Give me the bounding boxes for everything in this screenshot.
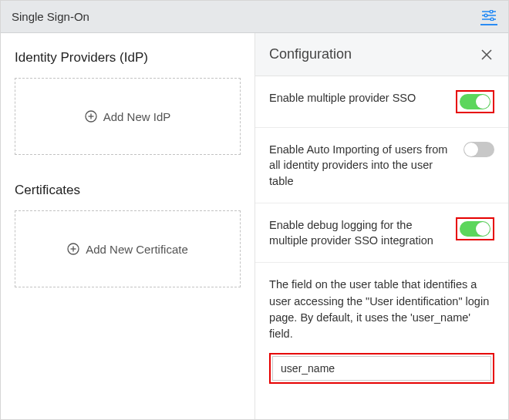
toggle-enable-sso[interactable] xyxy=(460,94,490,109)
add-idp-button[interactable]: Add New IdP xyxy=(15,78,241,155)
idp-section-title: Identity Providers (IdP) xyxy=(15,50,241,66)
page-header: Single Sign-On xyxy=(1,1,508,33)
setting-label: Enable Auto Importing of users from all … xyxy=(269,142,456,189)
main-content: Identity Providers (IdP) Add New IdP Cer… xyxy=(1,33,508,419)
page-title: Single Sign-On xyxy=(12,10,89,23)
config-panel: Configuration Enable multiple provider S… xyxy=(254,33,508,419)
setting-auto-import: Enable Auto Importing of users from all … xyxy=(255,128,508,203)
toggle-auto-import[interactable] xyxy=(463,142,494,157)
toggle-debug-log[interactable] xyxy=(460,221,490,237)
setting-debug-log: Enable debug logging for the multiple pr… xyxy=(255,203,508,263)
plus-circle-icon xyxy=(85,110,97,123)
left-column: Identity Providers (IdP) Add New IdP Cer… xyxy=(1,33,254,419)
add-cert-button[interactable]: Add New Certificate xyxy=(15,210,241,287)
field-description: The field on the user table that identif… xyxy=(269,277,494,341)
setting-label: Enable multiple provider SSO xyxy=(269,90,448,106)
highlight-box xyxy=(456,217,494,240)
close-icon[interactable] xyxy=(479,47,494,62)
panel-header: Configuration xyxy=(255,33,508,76)
add-idp-label: Add New IdP xyxy=(103,110,171,123)
highlight-box xyxy=(456,90,494,113)
svg-point-3 xyxy=(490,10,493,13)
highlight-box xyxy=(269,353,494,384)
user-field-input[interactable] xyxy=(272,356,491,381)
svg-point-5 xyxy=(490,18,494,21)
plus-circle-icon xyxy=(67,243,79,255)
svg-point-4 xyxy=(484,14,487,17)
add-cert-label: Add New Certificate xyxy=(86,243,188,256)
panel-title: Configuration xyxy=(269,46,352,62)
user-field-block: The field on the user table that identif… xyxy=(255,262,508,391)
cert-section-title: Certificates xyxy=(15,183,241,198)
settings-icon[interactable] xyxy=(480,8,497,25)
setting-enable-sso: Enable multiple provider SSO xyxy=(255,76,508,128)
setting-label: Enable debug logging for the multiple pr… xyxy=(269,217,448,249)
